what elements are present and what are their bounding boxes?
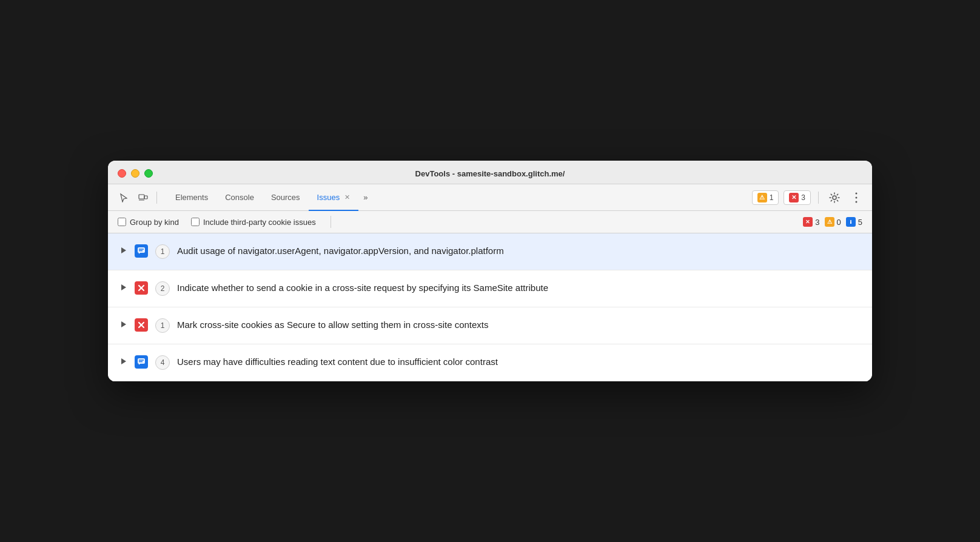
issue-row-3[interactable]: 1 Mark cross-site cookies as Secure to a…: [108, 307, 872, 344]
ellipsis-vertical-icon: [855, 192, 858, 203]
tab-issues-close[interactable]: ✕: [344, 193, 350, 201]
tab-elements-label: Elements: [175, 193, 208, 202]
divider-right: [818, 192, 819, 204]
x-icon-2: [137, 284, 146, 292]
filter-counts: ✕ 3 ⚠ 0 5: [803, 217, 862, 227]
error-badge-button[interactable]: ✕ 3: [784, 190, 811, 205]
x-icon-3: [137, 321, 146, 329]
collapse-icon-1: [121, 247, 126, 253]
svg-rect-7: [138, 247, 145, 253]
info-count-icon: [846, 217, 856, 227]
issue-2-count: 2: [155, 281, 170, 296]
issue-row-4[interactable]: 4 Users may have difficulties reading te…: [108, 344, 872, 381]
warning-icon: ⚠: [757, 193, 767, 202]
issue-3-text: Mark cross-site cookies as Secure to all…: [177, 318, 489, 332]
title-bar: DevTools - samesite-sandbox.glitch.me/: [108, 161, 872, 184]
issue-3-icon: [135, 318, 148, 332]
traffic-lights: [118, 169, 153, 178]
tab-console[interactable]: Console: [216, 184, 263, 211]
collapse-icon-3: [121, 321, 126, 327]
issue-4-icon: [135, 355, 148, 369]
issue-4-text: Users may have difficulties reading text…: [177, 355, 498, 369]
svg-point-4: [856, 192, 858, 194]
cursor-icon-button[interactable]: [115, 189, 132, 206]
more-menu-button[interactable]: [848, 189, 865, 206]
tab-issues[interactable]: Issues ✕: [309, 184, 359, 211]
error-count: 3: [801, 193, 805, 202]
info-count-value: 5: [858, 218, 862, 227]
devtools-window: DevTools - samesite-sandbox.glitch.me/ E…: [108, 161, 872, 381]
group-by-kind-label[interactable]: Group by kind: [118, 218, 179, 227]
third-party-text: Include third-party cookie issues: [203, 218, 316, 227]
warning-count-icon: ⚠: [825, 217, 834, 227]
tab-console-label: Console: [225, 193, 254, 202]
svg-point-3: [833, 196, 836, 199]
tab-sources[interactable]: Sources: [263, 184, 309, 211]
window-title: DevTools - samesite-sandbox.glitch.me/: [415, 169, 565, 178]
issue-row-2[interactable]: 2 Indicate whether to send a cookie in a…: [108, 270, 872, 307]
issue-3-toggle[interactable]: [120, 321, 127, 328]
collapse-icon-2: [121, 284, 126, 290]
minimize-button[interactable]: [131, 169, 139, 178]
svg-point-6: [856, 201, 858, 202]
issue-4-count: 4: [155, 355, 170, 370]
svg-point-5: [856, 196, 858, 198]
issue-1-text: Audit usage of navigator.userAgent, navi…: [177, 244, 504, 258]
close-button[interactable]: [118, 169, 126, 178]
issue-1-icon: [135, 244, 148, 258]
settings-button[interactable]: [826, 189, 843, 206]
warning-count-badge: ⚠ 0: [825, 217, 841, 227]
issue-2-toggle[interactable]: [120, 284, 127, 291]
maximize-button[interactable]: [144, 169, 153, 178]
issues-list: 1 Audit usage of navigator.userAgent, na…: [108, 233, 872, 381]
warning-count-value: 0: [837, 218, 841, 227]
third-party-checkbox[interactable]: [191, 218, 200, 226]
issue-2-icon: [135, 281, 148, 295]
chat-icon-1: [137, 247, 146, 255]
issue-2-text: Indicate whether to send a cookie in a c…: [177, 281, 548, 295]
tab-bar-right: ⚠ 1 ✕ 3: [752, 189, 865, 206]
tab-issues-label: Issues: [317, 193, 340, 202]
tab-bar-tools: [115, 189, 159, 206]
tab-more-button[interactable]: »: [358, 184, 372, 211]
group-by-kind-checkbox[interactable]: [118, 218, 126, 226]
tab-bar: Elements Console Sources Issues ✕ » ⚠ 1 …: [108, 184, 872, 211]
svg-rect-0: [139, 195, 144, 199]
info-count-badge: 5: [846, 217, 862, 227]
gear-icon: [829, 192, 840, 203]
filter-bar: Group by kind Include third-party cookie…: [108, 211, 872, 233]
warning-badge-button[interactable]: ⚠ 1: [752, 190, 779, 205]
tab-elements[interactable]: Elements: [167, 184, 216, 211]
svg-rect-1: [144, 196, 147, 199]
tab-sources-label: Sources: [271, 193, 300, 202]
error-count-badge: ✕ 3: [803, 217, 819, 227]
collapse-icon-4: [121, 358, 126, 364]
error-count-icon: ✕: [803, 217, 813, 227]
third-party-label[interactable]: Include third-party cookie issues: [191, 218, 316, 227]
issue-row-1[interactable]: 1 Audit usage of navigator.userAgent, na…: [108, 233, 872, 270]
cursor-icon: [119, 193, 129, 202]
issue-4-toggle[interactable]: [120, 358, 127, 365]
device-icon: [138, 193, 148, 202]
filter-divider: [331, 216, 331, 228]
chat-icon-4: [137, 358, 146, 366]
group-by-kind-text: Group by kind: [130, 218, 179, 227]
svg-rect-14: [138, 358, 145, 364]
device-icon-button[interactable]: [135, 189, 152, 206]
issue-1-toggle[interactable]: [120, 247, 127, 254]
issue-3-count: 1: [155, 318, 170, 333]
warning-count: 1: [770, 193, 774, 202]
error-count-value: 3: [815, 218, 819, 227]
error-icon: ✕: [789, 193, 799, 202]
divider: [156, 192, 157, 204]
issue-1-count: 1: [155, 244, 170, 259]
